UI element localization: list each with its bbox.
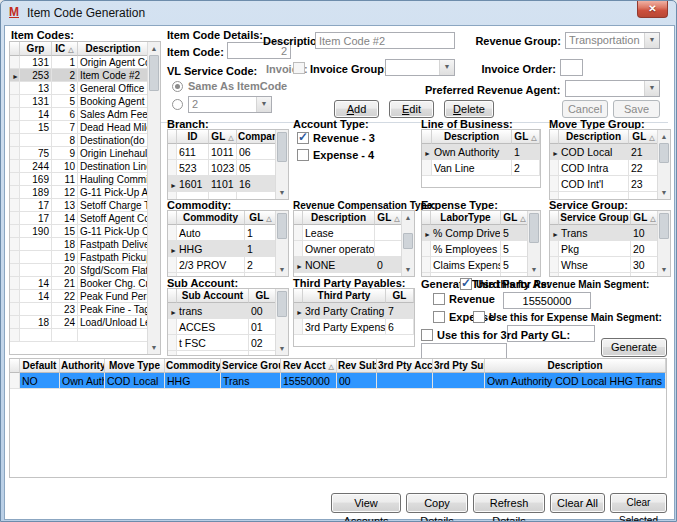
table-row[interactable]: 24410Destination Linel (10, 160, 149, 173)
scroll-down-icon[interactable]: ▼ (276, 264, 288, 275)
save-button[interactable]: Save (613, 100, 660, 118)
table-row[interactable]: t FSC02 (168, 335, 277, 351)
column-header-gl[interactable]: GL△ (245, 211, 277, 225)
table-row[interactable] (550, 273, 659, 277)
scroll-down-icon[interactable]: ▼ (276, 187, 288, 198)
generate-revenue-checkbox[interactable] (433, 293, 445, 305)
table-row-current[interactable]: ►3rd Party Crating7 (294, 303, 414, 319)
table-row[interactable]: Claims Expense5 (422, 257, 529, 273)
table-row[interactable] (422, 273, 529, 277)
table-row[interactable]: COD Int'l23 (550, 176, 659, 192)
scrollbar-thumb[interactable] (659, 213, 669, 239)
preferred-revenue-agent-combobox[interactable]: ▼ (565, 80, 660, 97)
column-header-gl[interactable]: GL△ (631, 211, 659, 225)
scrollbar-thumb[interactable] (277, 213, 287, 239)
table-row-current[interactable]: ►Trans10 (550, 225, 659, 241)
table-row[interactable]: 759Origin Linehaul F (10, 147, 149, 160)
column-header-description[interactable]: Description (303, 211, 375, 225)
scrollbar-thumb[interactable] (529, 213, 539, 243)
table-row[interactable]: Van Line2 (422, 160, 540, 176)
column-header-gl[interactable]: GL△ (209, 130, 237, 144)
service-group-scrollbar[interactable]: ▼ (657, 211, 670, 276)
close-button[interactable]: ✕ (637, 1, 668, 18)
column-header-commodity[interactable]: Commodity (165, 359, 221, 373)
generated-account-row-selected[interactable]: NO Own Authori COD Local HHG Trans 15550… (10, 373, 666, 389)
scrollbar-thumb[interactable] (277, 291, 287, 317)
same-as-itemcode-radio[interactable] (172, 81, 183, 92)
table-row[interactable]: 18912G-11 Pick-Up Ag (10, 186, 149, 199)
column-header-move-type[interactable]: Move Type (105, 359, 165, 373)
table-row[interactable]: 19Fastpath Pickup I (10, 251, 149, 264)
table-row[interactable]: 1713Setoff Charge To (10, 199, 149, 212)
generate-expense-checkbox[interactable] (433, 311, 445, 323)
table-row-current[interactable]: ►trans00 (168, 303, 277, 319)
column-header-gl[interactable]: GL△ (512, 130, 540, 144)
table-row[interactable]: Pkg20 (550, 241, 659, 257)
revenue-group-combobox[interactable]: Transportation ▼ (565, 32, 660, 49)
scroll-down-icon[interactable]: ▼ (528, 264, 540, 275)
table-row-current[interactable]: ►% Comp Driver5 (422, 225, 529, 241)
column-header-third-party[interactable]: Third Party (303, 289, 386, 303)
table-row-current[interactable]: ►1601110116 (168, 176, 277, 192)
table-row[interactable]: 1824Load/Unload Lea (10, 316, 149, 329)
table-row[interactable]: Auto1 (168, 225, 277, 241)
branch-scrollbar[interactable]: ▼ (275, 130, 288, 199)
table-row-current[interactable]: ►NONE0 (294, 257, 403, 273)
scroll-down-icon[interactable]: ▼ (658, 264, 670, 275)
invoice-checkbox[interactable] (293, 62, 305, 74)
invoice-group-combobox[interactable]: ▼ (385, 59, 455, 76)
table-row[interactable]: 523102305 (168, 160, 277, 176)
column-header-description[interactable]: Description (432, 130, 512, 144)
table-row[interactable]: Lease (294, 225, 403, 241)
column-header-labortype[interactable]: LaborType (431, 211, 501, 225)
table-row-current[interactable]: ►Own Authority1 (422, 144, 540, 160)
scroll-up-icon[interactable]: ▲ (658, 131, 670, 142)
table-row-selected[interactable]: ►2532Item Code #2 (10, 69, 149, 82)
scrollbar-thumb[interactable] (277, 132, 287, 162)
column-header-3rd-pty-acct[interactable]: 3rd Pty Acct (377, 359, 433, 373)
column-header-ic[interactable]: IC△ (52, 42, 78, 56)
table-row[interactable]: 8Destination(do n (10, 134, 149, 147)
table-row[interactable]: 18Fastpath Delivery (10, 238, 149, 251)
sub-account-scrollbar[interactable]: ▼ (275, 289, 288, 355)
expense-account-type-checkbox[interactable] (297, 149, 309, 161)
column-header-company[interactable]: Company (237, 130, 277, 144)
table-row[interactable]: Owner operator (294, 241, 403, 257)
table-row[interactable]: 1311Origin Agent Con (10, 56, 149, 69)
scroll-down-icon[interactable]: ▼ (276, 343, 288, 354)
clear-all-button[interactable]: Clear All (550, 493, 605, 513)
column-header-gl[interactable]: GL△ (375, 211, 403, 225)
table-row[interactable]: Whse30 (550, 257, 659, 273)
revenue-main-segment-field[interactable] (503, 292, 591, 309)
scrollbar-thumb[interactable] (149, 55, 159, 91)
view-accounts-button[interactable]: View Accounts (331, 493, 401, 513)
table-row[interactable]: ACCES01 (168, 319, 277, 335)
use-revenue-main-segment-checkbox[interactable] (460, 278, 472, 290)
column-header-authority[interactable]: Authority (60, 359, 105, 373)
vl-code-combobox[interactable]: 2 ▼ (188, 96, 272, 113)
table-row[interactable]: 3rd Party Expense6 (294, 319, 414, 335)
column-header-gl[interactable]: GL (386, 289, 414, 303)
table-row[interactable]: 1315Booking Agent C (10, 95, 149, 108)
use-third-party-gl-checkbox[interactable] (421, 329, 433, 341)
table-row[interactable] (10, 329, 149, 342)
add-button[interactable]: Add (334, 100, 379, 118)
invoice-order-field[interactable] (560, 59, 583, 76)
table-row[interactable] (168, 351, 277, 356)
column-header-id[interactable]: ID (177, 130, 209, 144)
generate-button[interactable]: Generate (601, 338, 667, 357)
column-header-gl[interactable]: GL (249, 289, 277, 303)
scroll-down-icon[interactable]: ▼ (402, 264, 414, 275)
column-header-sub-account[interactable]: Sub Account (177, 289, 249, 303)
table-row[interactable]: 133General Office Co (10, 82, 149, 95)
column-header-description[interactable]: Description (559, 130, 629, 144)
table-row[interactable]: % Employees5 (422, 241, 529, 257)
table-row-current[interactable]: ►COD Local21 (550, 144, 659, 160)
scroll-down-icon[interactable]: ▼ (148, 342, 160, 353)
description-field[interactable] (315, 32, 455, 49)
column-header-3rd-pty-sub[interactable]: 3rd Pty Sub (433, 359, 485, 373)
item-codes-scrollbar[interactable]: ▲ ▼ (147, 42, 160, 354)
table-row[interactable]: 20Sfgd/Scom Flat A (10, 264, 149, 277)
revenue-account-type-checkbox[interactable] (297, 132, 309, 144)
column-header-gl[interactable]: GL△ (629, 130, 659, 144)
